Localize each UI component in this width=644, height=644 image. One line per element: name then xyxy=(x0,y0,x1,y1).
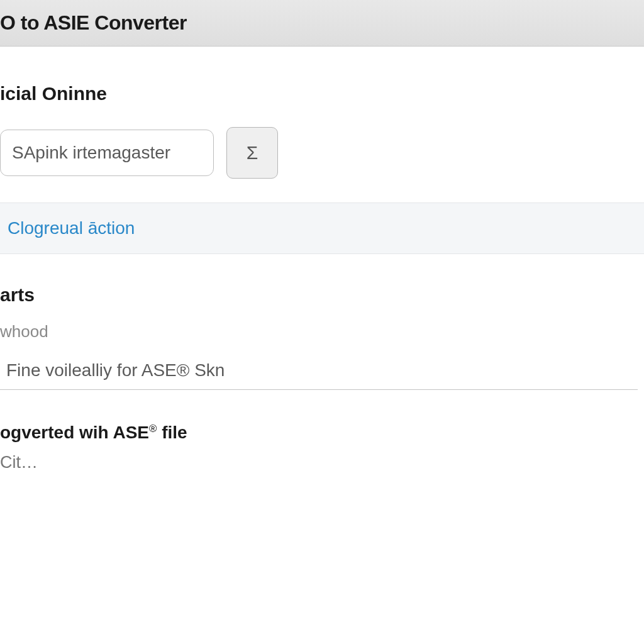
file-heading: ogverted wih ASE® file xyxy=(0,423,644,443)
input-row: Σ xyxy=(0,127,644,179)
file-sub-label: Cit… xyxy=(0,453,644,472)
description-input[interactable] xyxy=(0,353,638,390)
sigma-button[interactable]: Σ xyxy=(226,127,278,179)
registered-mark: ® xyxy=(149,423,157,435)
page-title: O to ASIE Converter xyxy=(0,11,644,35)
main-content: icial Oninne Σ Clogreual āction arts who… xyxy=(0,83,644,472)
action-bar: Clogreual āction xyxy=(0,203,644,254)
header-bar: O to ASIE Converter xyxy=(0,0,644,47)
muted-label: whood xyxy=(0,322,644,341)
section-heading-arts: arts xyxy=(0,284,644,306)
section-heading-online: icial Oninne xyxy=(0,83,644,104)
sigma-icon: Σ xyxy=(247,142,258,164)
file-heading-prefix: ogverted wih ASE xyxy=(0,423,149,442)
file-heading-suffix: file xyxy=(157,423,187,442)
action-link[interactable]: Clogreual āction xyxy=(8,218,135,238)
source-input[interactable] xyxy=(0,130,214,176)
